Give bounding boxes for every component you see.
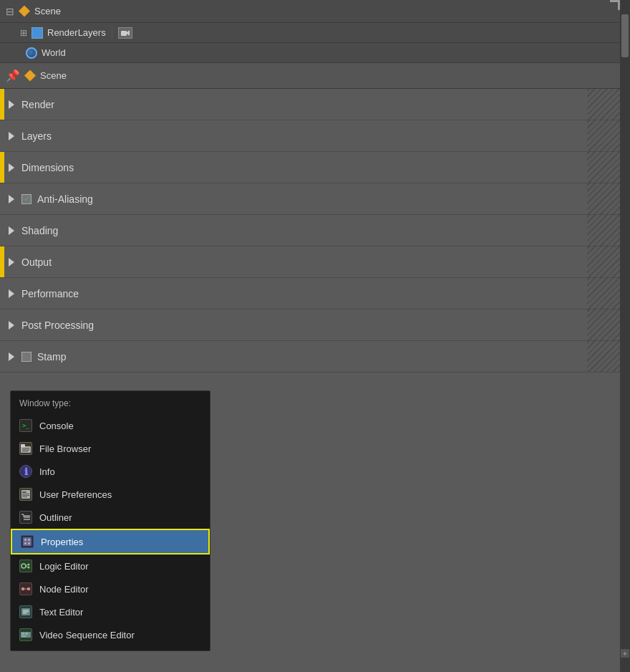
video-sequence-editor-icon [19, 628, 32, 641]
svg-rect-19 [24, 542, 26, 544]
svg-point-26 [28, 567, 30, 569]
prop-section-layers[interactable]: Layers [0, 120, 630, 152]
menu-item-node-editor[interactable]: Node Editor [11, 577, 210, 600]
menu-item-text-editor[interactable]: Text Editor [11, 600, 210, 623]
section-label: Dimensions [21, 162, 74, 173]
file-browser-label: File Browser [39, 443, 91, 454]
dropdown-header: Window type: [11, 395, 210, 414]
menu-item-file-browser[interactable]: File Browser [11, 437, 210, 460]
outliner-icon [19, 511, 32, 524]
info-icon: ℹ [19, 465, 32, 478]
node-editor-icon [19, 582, 32, 595]
render-layers-row: ⊞ RenderLayers [0, 23, 630, 43]
plus-expand-icon[interactable]: ⊞ [20, 28, 27, 38]
prop-section-output[interactable]: Output [0, 246, 630, 278]
scrollbar[interactable]: + [620, 0, 630, 672]
scene-object-icon [19, 6, 30, 17]
section-checkbox[interactable] [21, 352, 32, 362]
node-editor-label: Node Editor [39, 584, 89, 595]
svg-rect-28 [27, 587, 30, 590]
yellow-tab-indicator [0, 152, 4, 183]
section-label: Anti-Aliasing [37, 193, 93, 205]
svg-rect-20 [28, 539, 30, 541]
prop-section-shading[interactable]: Shading [0, 215, 630, 246]
menu-item-outliner[interactable]: Outliner [11, 506, 210, 529]
outliner-label: Outliner [39, 512, 72, 523]
expand-triangle-icon [9, 132, 14, 140]
prop-section-performance[interactable]: Performance [0, 278, 630, 309]
pin-icon[interactable]: 📌 [6, 69, 20, 82]
expand-triangle-icon [9, 321, 14, 330]
svg-rect-11 [22, 496, 27, 497]
expand-triangle-icon [9, 258, 14, 267]
menu-item-user-preferences[interactable]: User Preferences [11, 483, 210, 506]
prop-section-stamp[interactable]: Stamp [0, 341, 630, 373]
section-label: Layers [21, 130, 52, 142]
prop-section-render[interactable]: Render [0, 89, 630, 120]
camera-icon[interactable] [118, 27, 132, 39]
console-icon: >_ [19, 419, 32, 432]
render-layers-label: RenderLayers [47, 27, 106, 38]
svg-rect-0 [121, 31, 127, 36]
svg-rect-35 [21, 633, 24, 635]
section-label: Stamp [37, 351, 66, 363]
info-label: Info [39, 466, 55, 477]
svg-point-22 [21, 564, 26, 568]
world-row: World [0, 43, 630, 63]
svg-rect-9 [22, 494, 29, 494]
separator [112, 27, 112, 39]
expand-triangle-icon [9, 226, 14, 235]
svg-rect-18 [24, 539, 26, 541]
scrollbar-plus[interactable]: + [621, 649, 629, 658]
section-label: Shading [21, 225, 58, 236]
section-label: Render [21, 99, 54, 110]
svg-marker-1 [127, 30, 130, 36]
scene-header: ⊟ Scene [0, 0, 630, 23]
minus-icon[interactable]: ⊟ [6, 6, 14, 17]
user-preferences-label: User Preferences [39, 489, 112, 500]
svg-rect-27 [21, 587, 24, 590]
scene-obj-icon2 [24, 70, 36, 82]
logic-editor-label: Logic Editor [39, 561, 89, 572]
svg-rect-3 [21, 444, 25, 447]
svg-point-25 [28, 564, 30, 566]
properties-icon [21, 535, 34, 548]
svg-rect-8 [22, 491, 26, 493]
expand-triangle-icon [9, 352, 14, 361]
section-checkbox[interactable]: ✓ [21, 194, 32, 204]
scene-row2: 📌 Scene [0, 63, 630, 89]
console-label: Console [39, 421, 74, 431]
section-label: Post Processing [21, 320, 94, 331]
menu-item-properties[interactable]: Properties [11, 529, 210, 555]
prop-section-post-processing[interactable]: Post Processing [0, 309, 630, 341]
world-globe-icon [26, 47, 37, 59]
expand-triangle-icon [9, 289, 14, 298]
prop-section-dimensions[interactable]: Dimensions [0, 152, 630, 183]
menu-item-console[interactable]: >_Console [11, 414, 210, 437]
svg-rect-10 [22, 495, 29, 496]
expand-triangle-icon [9, 163, 14, 172]
render-layers-icon [32, 27, 43, 39]
file-browser-icon [19, 442, 32, 455]
section-label: Performance [21, 288, 79, 299]
scene-title: Scene [34, 6, 61, 16]
menu-item-video-sequence-editor[interactable]: Video Sequence Editor [11, 623, 210, 646]
video-sequence-editor-label: Video Sequence Editor [39, 630, 135, 640]
menu-item-logic-editor[interactable]: Logic Editor [11, 555, 210, 577]
menu-item-info[interactable]: ℹInfo [11, 460, 210, 483]
world-label: World [42, 47, 66, 58]
svg-rect-17 [23, 537, 32, 546]
user-preferences-icon [19, 488, 32, 501]
svg-rect-36 [25, 633, 28, 635]
svg-rect-21 [28, 542, 30, 544]
svg-rect-37 [21, 635, 26, 637]
logic-editor-icon [19, 560, 32, 572]
text-editor-icon [19, 605, 32, 618]
scrollbar-thumb[interactable] [621, 14, 629, 57]
prop-sections-container: RenderLayersDimensions✓Anti-AliasingShad… [0, 89, 630, 373]
corner-resize-widget[interactable] [610, 0, 620, 10]
expand-triangle-icon [9, 100, 14, 109]
yellow-tab-indicator [0, 89, 4, 120]
prop-section-anti-aliasing[interactable]: ✓Anti-Aliasing [0, 183, 630, 215]
properties-label: Properties [41, 537, 83, 547]
